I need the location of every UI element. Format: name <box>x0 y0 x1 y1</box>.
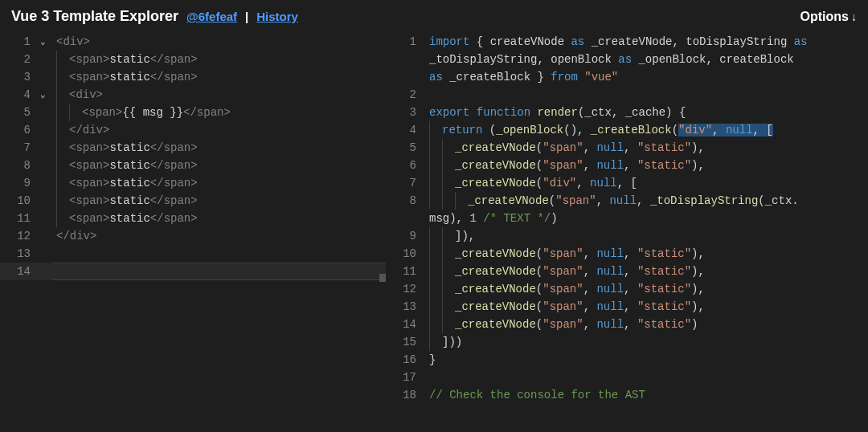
code-line[interactable]: msg), 1 /* TEXT */) <box>386 210 868 227</box>
line-number: 8 <box>0 157 40 174</box>
code-content[interactable]: <span>static</span> <box>53 157 386 174</box>
line-number: 13 <box>386 298 426 316</box>
fold-icon <box>40 210 53 227</box>
line-number: 5 <box>386 139 426 157</box>
line-number: 11 <box>386 263 426 280</box>
output-editor[interactable]: 1import { createVNode as _createVNode, t… <box>386 33 868 431</box>
code-line[interactable]: 4 return (_openBlock(), _createBlock("di… <box>386 121 868 139</box>
code-content[interactable]: <span>static</span> <box>53 139 386 157</box>
code-content[interactable]: ])) <box>426 333 868 351</box>
code-line[interactable]: 16} <box>386 351 868 369</box>
code-line[interactable]: 2 <box>386 86 868 104</box>
separator: | <box>245 10 248 23</box>
code-content[interactable] <box>426 86 868 104</box>
fold-icon[interactable]: ⌄ <box>40 86 53 104</box>
code-content[interactable]: } <box>426 351 868 369</box>
code-content[interactable]: _createVNode("span", null, "static") <box>426 316 868 333</box>
code-content[interactable]: _createVNode("div", null, [ <box>426 174 868 192</box>
page-title: Vue 3 Template Explorer <box>11 8 178 25</box>
fold-icon <box>40 139 53 157</box>
fold-icon <box>40 51 53 68</box>
line-number <box>386 210 426 227</box>
code-line[interactable]: 3export function render(_ctx, _cache) { <box>386 104 868 121</box>
code-content[interactable]: <span>static</span> <box>53 192 386 210</box>
code-content[interactable]: _createVNode("span", null, "static"), <box>426 245 868 263</box>
code-line[interactable]: 3 <span>static</span> <box>0 68 386 86</box>
code-content[interactable]: as _createBlock } from "vue" <box>426 68 868 86</box>
code-line[interactable]: 8 _createVNode("span", null, _toDisplayS… <box>386 192 868 210</box>
line-number: 11 <box>0 210 40 227</box>
template-editor[interactable]: 1⌄<div>2 <span>static</span>3 <span>stat… <box>0 33 386 431</box>
code-line[interactable]: 7 _createVNode("div", null, [ <box>386 174 868 192</box>
line-number: 10 <box>386 245 426 263</box>
code-content[interactable]: _createVNode("span", null, _toDisplayStr… <box>426 192 868 210</box>
code-line[interactable]: 4⌄ <div> <box>0 86 386 104</box>
code-line[interactable]: 1⌄<div> <box>0 33 386 51</box>
code-line[interactable]: 12</div> <box>0 227 386 245</box>
code-content[interactable]: _createVNode("span", null, "static"), <box>426 263 868 280</box>
line-number: 10 <box>0 192 40 210</box>
code-line[interactable]: 11 _createVNode("span", null, "static"), <box>386 263 868 280</box>
code-content[interactable] <box>426 369 868 386</box>
code-content[interactable]: <span>static</span> <box>53 210 386 227</box>
code-content[interactable]: <span>static</span> <box>53 68 386 86</box>
code-line[interactable]: 10 <span>static</span> <box>0 192 386 210</box>
header-left: Vue 3 Template Explorer @6fefeaf | Histo… <box>11 8 298 25</box>
code-line[interactable]: 6 _createVNode("span", null, "static"), <box>386 157 868 174</box>
history-link[interactable]: History <box>256 10 298 23</box>
code-line[interactable]: 7 <span>static</span> <box>0 139 386 157</box>
code-line[interactable]: 17 <box>386 369 868 386</box>
code-content[interactable]: msg), 1 /* TEXT */) <box>426 210 868 227</box>
code-line[interactable]: 13 _createVNode("span", null, "static"), <box>386 298 868 316</box>
code-line[interactable]: 11 <span>static</span> <box>0 210 386 227</box>
code-line[interactable]: 8 <span>static</span> <box>0 157 386 174</box>
code-content[interactable]: export function render(_ctx, _cache) { <box>426 104 868 121</box>
code-line[interactable]: 5 <span>{{ msg }}</span> <box>0 104 386 121</box>
code-content[interactable]: _createVNode("span", null, "static"), <box>426 157 868 174</box>
code-content[interactable]: _createVNode("span", null, "static"), <box>426 298 868 316</box>
code-content[interactable]: <div> <box>53 86 386 104</box>
line-number: 1 <box>386 33 426 51</box>
code-line[interactable]: _toDisplayString, openBlock as _openBloc… <box>386 51 868 68</box>
line-number: 15 <box>386 333 426 351</box>
code-line[interactable]: 6 </div> <box>0 121 386 139</box>
editors-container: 1⌄<div>2 <span>static</span>3 <span>stat… <box>0 33 868 431</box>
fold-icon <box>40 104 53 121</box>
code-line[interactable]: as _createBlock } from "vue" <box>386 68 868 86</box>
line-number <box>386 68 426 86</box>
code-content[interactable]: <span>static</span> <box>53 51 386 68</box>
code-line[interactable]: 1import { createVNode as _createVNode, t… <box>386 33 868 51</box>
code-content[interactable]: // Check the console for the AST <box>426 386 868 404</box>
fold-icon <box>40 157 53 174</box>
code-content[interactable]: ]), <box>426 227 868 245</box>
line-number: 16 <box>386 351 426 369</box>
commit-link[interactable]: @6fefeaf <box>186 10 237 23</box>
code-content[interactable]: import { createVNode as _createVNode, to… <box>426 33 868 51</box>
code-content[interactable]: </div> <box>53 227 386 245</box>
code-line[interactable]: 13 <box>0 245 386 263</box>
code-line[interactable]: 2 <span>static</span> <box>0 51 386 68</box>
code-line[interactable]: 12 _createVNode("span", null, "static"), <box>386 280 868 298</box>
code-content[interactable] <box>53 245 386 263</box>
code-content[interactable] <box>53 263 386 280</box>
line-number: 1 <box>0 33 40 51</box>
fold-icon[interactable]: ⌄ <box>40 33 53 51</box>
code-line[interactable]: 9 <span>static</span> <box>0 174 386 192</box>
code-line[interactable]: 14 <box>0 263 386 280</box>
code-line[interactable]: 10 _createVNode("span", null, "static"), <box>386 245 868 263</box>
scrollbar-marker <box>379 274 386 282</box>
code-content[interactable]: <div> <box>53 33 386 51</box>
code-content[interactable]: _createVNode("span", null, "static"), <box>426 280 868 298</box>
options-button[interactable]: Options ↓ <box>800 10 857 24</box>
code-line[interactable]: 5 _createVNode("span", null, "static"), <box>386 139 868 157</box>
code-content[interactable]: _createVNode("span", null, "static"), <box>426 139 868 157</box>
code-line[interactable]: 18// Check the console for the AST <box>386 386 868 404</box>
code-line[interactable]: 9 ]), <box>386 227 868 245</box>
code-content[interactable]: _toDisplayString, openBlock as _openBloc… <box>426 51 868 68</box>
code-content[interactable]: return (_openBlock(), _createBlock("div"… <box>426 121 868 139</box>
code-content[interactable]: <span>{{ msg }}</span> <box>53 104 386 121</box>
code-content[interactable]: </div> <box>53 121 386 139</box>
code-line[interactable]: 15 ])) <box>386 333 868 351</box>
code-line[interactable]: 14 _createVNode("span", null, "static") <box>386 316 868 333</box>
code-content[interactable]: <span>static</span> <box>53 174 386 192</box>
